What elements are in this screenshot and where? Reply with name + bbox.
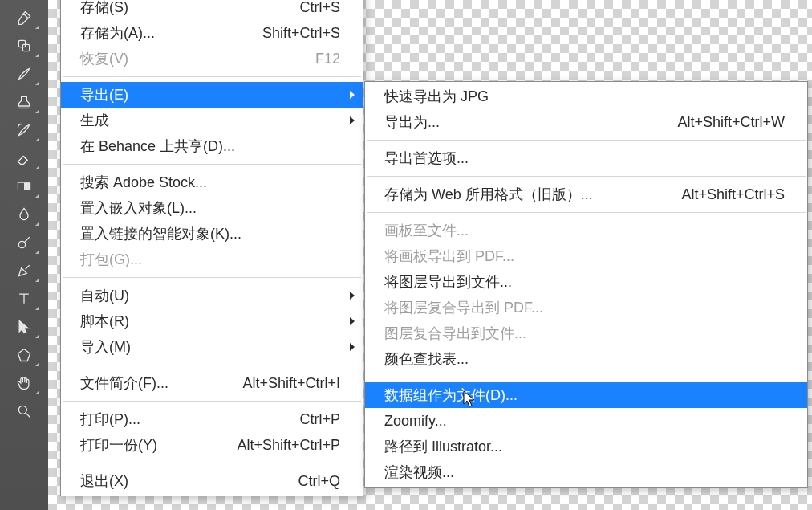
file-menu: 存储(S)Ctrl+S存储为(A)...Shift+Ctrl+S恢复(V)F12… [60, 0, 363, 496]
blur-tool[interactable] [6, 200, 43, 228]
menu-item-label: 在 Behance 上共享(D)... [80, 137, 235, 156]
menu-separator [367, 140, 806, 141]
menu-item-label: 打印(P)... [80, 410, 140, 429]
menu-item[interactable]: 存储(S)Ctrl+S [61, 0, 363, 20]
submenu-indicator-icon [35, 53, 39, 57]
menu-item[interactable]: 在 Behance 上共享(D)... [61, 133, 363, 159]
menu-item-shortcut: Ctrl+S [299, 0, 340, 16]
menu-item-label: 导入(M) [80, 337, 131, 357]
menu-item-label: 路径到 Illustrator... [384, 437, 502, 456]
menu-item: 将图层复合导出到 PDF... [365, 295, 807, 320]
menu-item[interactable]: 路径到 Illustrator... [365, 434, 807, 459]
menu-item[interactable]: 脚本(R) [61, 308, 363, 334]
menu-item[interactable]: 置入嵌入对象(L)... [61, 195, 363, 221]
menu-item-label: 搜索 Adobe Stock... [80, 173, 207, 192]
menu-item[interactable]: 将图层导出到文件... [365, 269, 807, 295]
menu-separator [367, 377, 806, 377]
menu-item-label: 文件简介(F)... [80, 373, 168, 393]
menu-item-label: 打印一份(Y) [80, 435, 157, 455]
eraser-tool[interactable] [6, 144, 43, 172]
menu-item-label: 颜色查找表... [384, 349, 469, 369]
menu-item-label: 将图层复合导出到 PDF... [384, 298, 543, 317]
menu-item: 恢复(V)F12 [61, 46, 363, 71]
menu-item-label: 将图层导出到文件... [384, 272, 512, 292]
type-tool[interactable] [6, 284, 43, 312]
path-select-tool[interactable] [6, 312, 43, 341]
menu-item: 将画板导出到 PDF... [365, 243, 807, 269]
menu-item[interactable]: 生成 [61, 108, 363, 133]
submenu-indicator-icon [35, 109, 39, 113]
menu-item-label: Zoomify... [384, 413, 447, 430]
menu-item-label: 置入链接的智能对象(K)... [80, 224, 242, 243]
submenu-indicator-icon [35, 278, 39, 282]
menu-separator [63, 76, 361, 77]
menu-item[interactable]: 导出(E) [61, 82, 363, 108]
submenu-arrow-icon [350, 317, 355, 325]
menu-item[interactable]: 数据组作为文件(D)... [365, 382, 807, 408]
submenu-indicator-icon [35, 334, 39, 338]
menu-item: 画板至文件... [365, 218, 807, 243]
menu-item[interactable]: Zoomify... [365, 408, 807, 434]
menu-item-shortcut: F12 [315, 51, 340, 67]
submenu-indicator-icon [35, 137, 39, 141]
menu-item-label: 图层复合导出到文件... [384, 324, 526, 343]
menu-item-label: 数据组作为文件(D)... [384, 386, 518, 405]
menu-item[interactable]: 颜色查找表... [365, 346, 807, 372]
submenu-indicator-icon [35, 306, 39, 310]
svg-rect-5 [18, 182, 25, 189]
menu-item[interactable]: 打印(P)...Ctrl+P [61, 406, 363, 432]
menu-item[interactable]: 打印一份(Y)Alt+Shift+Ctrl+P [61, 432, 363, 458]
menu-item[interactable]: 置入链接的智能对象(K)... [61, 221, 363, 247]
spot-heal-tool[interactable] [6, 31, 43, 59]
shape-tool[interactable] [6, 341, 43, 369]
menu-separator [63, 164, 361, 165]
menu-item[interactable]: 快速导出为 JPG [365, 84, 807, 109]
menu-item[interactable]: 退出(X)Ctrl+Q [61, 468, 363, 494]
submenu-indicator-icon [35, 81, 39, 85]
svg-line-8 [26, 265, 30, 269]
submenu-arrow-icon [350, 343, 355, 351]
menu-separator [63, 401, 361, 402]
svg-marker-9 [18, 349, 30, 361]
submenu-indicator-icon [35, 362, 39, 366]
submenu-indicator-icon [35, 25, 39, 29]
menu-item[interactable]: 导入(M) [61, 334, 363, 360]
eyedropper-tool[interactable] [6, 3, 43, 31]
pen-tool[interactable] [6, 256, 43, 284]
menu-item: 打包(G)... [61, 247, 363, 272]
svg-line-7 [25, 237, 30, 242]
gradient-tool[interactable] [6, 172, 43, 200]
menu-separator [63, 277, 361, 278]
menu-item-label: 导出(E) [80, 85, 128, 104]
menu-item-shortcut: Alt+Shift+Ctrl+P [237, 437, 340, 454]
menu-item-label: 存储为(A)... [80, 23, 155, 43]
menu-item-label: 导出为... [384, 112, 440, 132]
svg-rect-0 [22, 44, 29, 51]
menu-item[interactable]: 文件简介(F)...Alt+Shift+Ctrl+I [61, 370, 363, 396]
dodge-tool[interactable] [6, 228, 43, 256]
brush-tool[interactable] [6, 59, 43, 88]
menu-item-label: 置入嵌入对象(L)... [80, 198, 197, 218]
svg-point-6 [18, 241, 25, 247]
submenu-indicator-icon [35, 250, 39, 254]
menu-separator [367, 212, 806, 213]
menu-item[interactable]: 自动(U) [61, 283, 363, 308]
menu-item[interactable]: 渲染视频... [365, 459, 807, 485]
menu-item-shortcut: Ctrl+P [299, 411, 340, 428]
menu-item[interactable]: 导出首选项... [365, 145, 807, 171]
zoom-tool[interactable] [6, 397, 43, 425]
menu-item[interactable]: 导出为...Alt+Shift+Ctrl+W [365, 109, 807, 135]
menu-item-shortcut: Ctrl+Q [298, 473, 340, 490]
menu-item[interactable]: 存储为(A)...Shift+Ctrl+S [61, 20, 363, 46]
stamp-tool[interactable] [6, 88, 43, 116]
submenu-indicator-icon [35, 194, 39, 198]
menu-item-shortcut: Alt+Shift+Ctrl+I [242, 375, 340, 392]
menu-item-shortcut: Alt+Shift+Ctrl+W [677, 114, 785, 131]
menu-item[interactable]: 搜索 Adobe Stock... [61, 169, 363, 195]
menu-item-label: 生成 [80, 111, 109, 130]
history-brush-tool[interactable] [6, 116, 43, 144]
menu-item[interactable]: 存储为 Web 所用格式（旧版）...Alt+Shift+Ctrl+S [365, 182, 807, 207]
menu-item-label: 存储(S) [80, 0, 128, 17]
hand-tool[interactable] [6, 369, 43, 397]
svg-line-3 [23, 156, 27, 160]
